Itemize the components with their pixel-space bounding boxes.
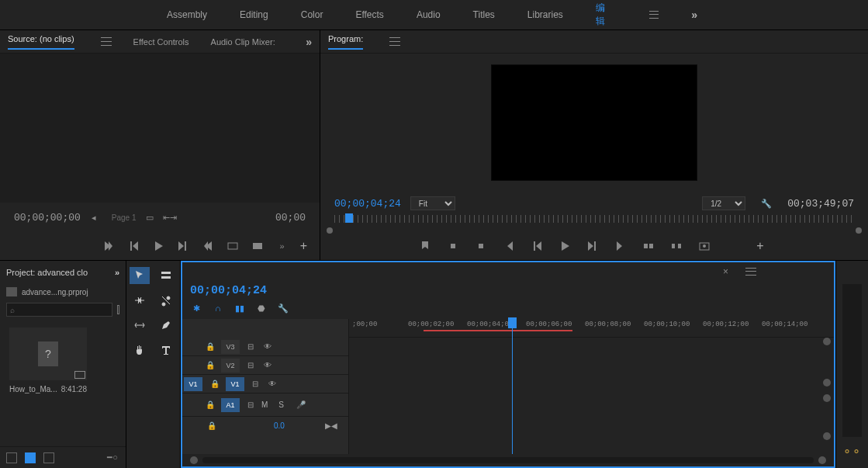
source-insert-icon[interactable]: [226, 239, 240, 253]
source-tab-audio-mixer[interactable]: Audio Clip Mixer:: [211, 37, 275, 47]
source-overwrite-icon[interactable]: [251, 239, 265, 253]
workspace-tab-effects[interactable]: Effects: [355, 9, 383, 20]
slip-tool-icon[interactable]: [130, 317, 150, 334]
selection-tool-icon[interactable]: [130, 267, 150, 284]
track-select-tool-icon[interactable]: [156, 267, 176, 284]
track-lock-icon[interactable]: 🔒: [206, 419, 218, 432]
workspace-overflow-icon[interactable]: »: [691, 9, 697, 21]
timeline-track-area[interactable]: ;00;00 00;00;02;00 00;00;04;00 00;00;06;…: [349, 319, 834, 454]
track-label-v3[interactable]: V3: [221, 340, 240, 354]
program-settings-icon[interactable]: 🔧: [761, 199, 772, 209]
source-mark-out-icon[interactable]: [201, 239, 215, 253]
timeline-vertical-scrollbar[interactable]: [823, 338, 831, 440]
timeline-snap-icon[interactable]: ✱: [190, 302, 202, 314]
timeline-add-marker-icon[interactable]: ▮▮: [233, 302, 246, 314]
program-monitor[interactable]: [491, 64, 697, 181]
source-tab-effect-controls[interactable]: Effect Controls: [133, 37, 189, 47]
source-timecode-in[interactable]: 00;00;00;00: [14, 212, 81, 224]
source-step-fwd-icon[interactable]: [176, 239, 190, 253]
program-ruler[interactable]: [320, 215, 868, 232]
track-sync-lock-icon[interactable]: ⊟: [244, 359, 257, 372]
project-freeform-view-icon[interactable]: [43, 452, 54, 463]
source-step-back-icon[interactable]: [126, 239, 140, 253]
program-zoom-select[interactable]: Fit: [410, 196, 455, 210]
track-header-v1[interactable]: V1 🔒 V1 ⊟ 👁: [182, 375, 348, 393]
program-playhead[interactable]: [345, 213, 353, 223]
workspace-tab-titles[interactable]: Titles: [473, 9, 495, 20]
program-extract-icon[interactable]: [669, 239, 683, 253]
track-sync-lock-icon[interactable]: ⊟: [244, 341, 257, 353]
source-play-icon[interactable]: [151, 239, 165, 253]
program-add-button-icon[interactable]: +: [756, 239, 763, 253]
program-step-back-icon[interactable]: [530, 239, 544, 253]
timeline-panel-menu-icon[interactable]: [745, 266, 756, 277]
project-zoom-slider[interactable]: ━○: [105, 451, 119, 465]
track-sync-lock-icon[interactable]: ⊟: [244, 399, 257, 411]
program-ruler-end-handle[interactable]: [856, 227, 862, 234]
track-lock-icon[interactable]: 🔒: [204, 399, 216, 411]
timeline-zoom-out-handle[interactable]: [190, 456, 198, 464]
timeline-playhead[interactable]: [512, 319, 513, 454]
program-play-icon[interactable]: [558, 239, 572, 253]
program-tab[interactable]: Program:: [328, 34, 363, 50]
pen-tool-icon[interactable]: [156, 317, 176, 334]
program-ruler-start-handle[interactable]: [327, 227, 333, 234]
source-prev-page-icon[interactable]: ◂: [87, 210, 101, 224]
track-lock-icon[interactable]: 🔒: [204, 359, 216, 372]
track-label-v2[interactable]: V2: [221, 359, 240, 373]
timeline-marker-icon[interactable]: ⬣: [255, 302, 268, 314]
timeline-close-icon[interactable]: ×: [723, 266, 728, 277]
project-clip-item[interactable]: ? How_to_Ma... 8:41:28: [9, 328, 87, 393]
program-go-out-icon[interactable]: [614, 239, 628, 253]
workspace-tab-assembly[interactable]: Assembly: [167, 9, 207, 20]
workspace-tab-audio[interactable]: Audio: [417, 9, 441, 20]
program-add-marker-icon[interactable]: [418, 239, 432, 253]
workspace-menu-icon[interactable]: [649, 9, 659, 20]
timeline-horizontal-scrollbar[interactable]: [182, 454, 834, 466]
timeline-settings-icon[interactable]: 🔧: [277, 302, 289, 314]
program-resolution-select[interactable]: 1/2: [702, 196, 745, 210]
track-lock-icon[interactable]: 🔒: [209, 378, 221, 390]
source-tab-source[interactable]: Source: (no clips): [8, 34, 74, 50]
source-add-button-icon[interactable]: +: [300, 239, 307, 253]
project-new-bin-icon[interactable]: [117, 305, 119, 314]
track-header-v3[interactable]: 🔒 V3 ⊟ 👁: [182, 338, 348, 356]
track-lock-icon[interactable]: 🔒: [204, 341, 216, 353]
hand-tool-icon[interactable]: [130, 341, 150, 359]
track-header-a1[interactable]: 🔒 A1 ⊟ M S 🎤: [182, 393, 348, 417]
track-label-v1[interactable]: V1: [226, 377, 244, 391]
type-tool-icon[interactable]: [156, 341, 176, 359]
project-list-view-icon[interactable]: [6, 452, 17, 463]
program-export-frame-icon[interactable]: [697, 239, 711, 253]
track-visibility-icon[interactable]: 👁: [261, 359, 274, 372]
track-mute-button[interactable]: M: [261, 400, 268, 409]
timeline-goto-next-icon[interactable]: ▶◀: [325, 419, 337, 432]
source-tabs-overflow-icon[interactable]: »: [306, 36, 312, 48]
track-label-a1[interactable]: A1: [221, 398, 240, 412]
workspace-tab-libraries[interactable]: Libraries: [527, 9, 563, 20]
program-step-fwd-icon[interactable]: [586, 239, 600, 253]
track-header-v2[interactable]: 🔒 V2 ⊟ 👁: [182, 356, 348, 375]
track-sync-lock-icon[interactable]: ⊟: [249, 378, 261, 390]
source-safe-margins-icon[interactable]: ⇤⇥: [163, 210, 177, 224]
timeline-ruler[interactable]: ;00;00 00;00;02;00 00;00;04;00 00;00;06;…: [349, 319, 834, 338]
track-visibility-icon[interactable]: 👁: [261, 341, 274, 353]
ripple-edit-tool-icon[interactable]: [130, 292, 150, 309]
source-panel-menu-icon[interactable]: [101, 36, 112, 47]
source-overflow-icon[interactable]: »: [275, 239, 289, 253]
timeline-audio-level[interactable]: 0.0: [274, 421, 285, 430]
track-visibility-icon[interactable]: 👁: [266, 378, 278, 390]
source-fit-icon[interactable]: ▭: [143, 210, 157, 224]
timeline-linked-selection-icon[interactable]: ∩: [212, 302, 224, 314]
razor-tool-icon[interactable]: [156, 292, 176, 309]
project-icon-view-icon[interactable]: [25, 452, 36, 463]
source-timecode-out[interactable]: 00;00: [275, 212, 306, 224]
timeline-zoom-in-handle[interactable]: [818, 456, 826, 464]
program-mark-in-icon[interactable]: [446, 239, 460, 253]
track-solo-button[interactable]: S: [278, 400, 284, 409]
workspace-tab-active[interactable]: 编辑: [596, 2, 612, 28]
track-voiceover-icon[interactable]: 🎤: [295, 399, 307, 411]
program-go-in-icon[interactable]: [502, 239, 516, 253]
audio-meter-solo-indicator[interactable]: ∘∘: [836, 444, 868, 459]
workspace-tab-editing[interactable]: Editing: [240, 9, 268, 20]
